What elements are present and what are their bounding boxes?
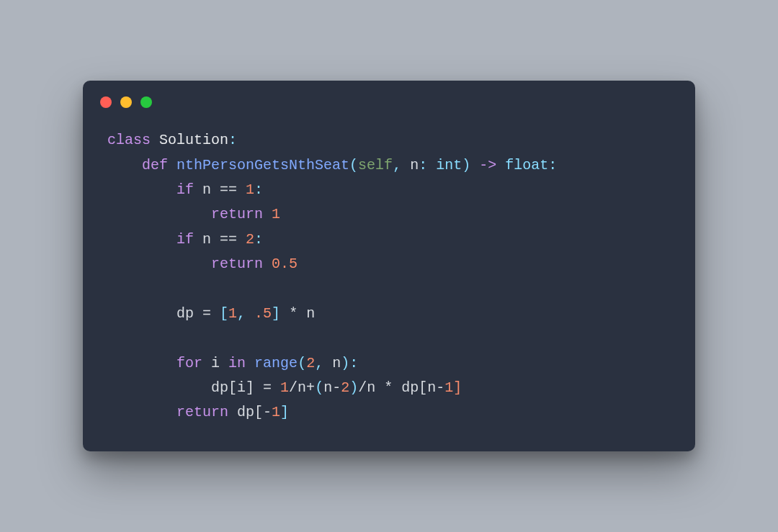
eqeq: ==	[211, 181, 246, 198]
code-window: class Solution: def nthPersonGetsNthSeat…	[83, 81, 695, 451]
star-n: * n	[280, 305, 315, 322]
id-n2: n	[202, 231, 211, 248]
slash1: /	[289, 379, 298, 396]
comma2: ,	[237, 305, 254, 322]
r-rparen: )	[341, 355, 349, 371]
num-1b: 1	[272, 206, 280, 222]
rbrack: ]	[272, 305, 280, 322]
id-dp: dp	[176, 305, 194, 322]
rparen: )	[462, 157, 470, 173]
kw-if: if	[176, 181, 194, 198]
num-2: 2	[246, 231, 254, 248]
num-0-5: 0.5	[272, 256, 298, 272]
one-e: 1	[272, 404, 280, 420]
neg: -	[263, 404, 272, 420]
type-int: int	[436, 157, 462, 173]
zoom-icon[interactable]	[140, 96, 152, 108]
colon3: :	[548, 157, 557, 173]
comma3: ,	[315, 355, 332, 371]
minimize-icon[interactable]	[120, 96, 132, 108]
lbrack: [	[220, 305, 228, 322]
id-n: n	[202, 181, 211, 198]
r-lparen: (	[298, 355, 306, 371]
assign2: =	[254, 379, 280, 396]
id-i: i	[211, 355, 220, 371]
minus2: -	[436, 379, 444, 396]
fn-range: range	[254, 355, 298, 371]
ret-dp: dp[	[237, 404, 263, 420]
colon: :	[228, 132, 237, 148]
kw-return: return	[211, 206, 263, 222]
plus: +	[306, 379, 315, 396]
colon6: :	[349, 355, 358, 371]
r2: )	[349, 379, 358, 396]
expr-n2: n	[367, 379, 375, 396]
type-float: float	[505, 157, 548, 173]
num-1c: 1	[228, 305, 237, 322]
class-name: Solution	[159, 132, 228, 148]
minus: -	[332, 379, 341, 396]
n-in: n	[323, 379, 332, 396]
num-1: 1	[246, 181, 254, 198]
l2: (	[315, 379, 323, 396]
code-block: class Solution: def nthPersonGetsNthSeat…	[83, 128, 695, 434]
close-b: ]	[280, 404, 289, 420]
arrow: ->	[470, 157, 505, 173]
two: 2	[341, 379, 349, 396]
comma: ,	[393, 157, 410, 173]
times: *	[375, 379, 401, 396]
slash2: /	[358, 379, 367, 396]
self: self	[358, 157, 393, 173]
window-titlebar	[83, 81, 695, 115]
kw-return3: return	[176, 404, 228, 420]
assign: =	[194, 305, 220, 322]
kw-def: def	[142, 157, 168, 173]
param-n: n	[410, 157, 419, 173]
colon2: :	[419, 157, 427, 173]
one-d: 1]	[444, 379, 462, 396]
dp-nm1: dp[n	[401, 379, 436, 396]
kw-class: class	[107, 132, 151, 148]
eqeq2: ==	[211, 231, 246, 248]
close-icon[interactable]	[100, 96, 112, 108]
range-n: n	[332, 355, 341, 371]
kw-if2: if	[176, 231, 194, 248]
range-2: 2	[306, 355, 315, 371]
kw-in: in	[228, 355, 246, 371]
fn-name: nthPersonGetsNthSeat	[176, 157, 349, 173]
dp-i: dp[i]	[211, 379, 254, 396]
kw-for: for	[176, 355, 202, 371]
expr-n: n	[298, 379, 306, 396]
lparen: (	[349, 157, 358, 173]
colon5: :	[254, 231, 263, 248]
kw-return2: return	[211, 256, 263, 272]
colon4: :	[254, 181, 263, 198]
expr-1: 1	[280, 379, 289, 396]
num-p5: .5	[254, 305, 272, 322]
stage: class Solution: def nthPersonGetsNthSeat…	[0, 0, 778, 532]
